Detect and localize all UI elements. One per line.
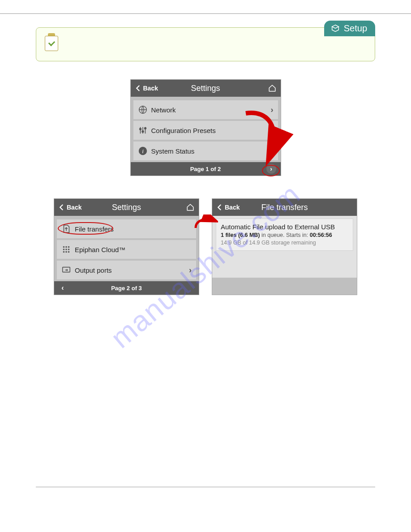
row-label: Network bbox=[151, 106, 176, 114]
row-output-ports[interactable]: Output ports › bbox=[57, 261, 196, 279]
ft-countdown: 00:56:56 bbox=[310, 232, 332, 238]
screen-footer: Page 1 of 2 › bbox=[131, 162, 281, 176]
file-transfer-card[interactable]: Automatic File upload to External USB 1 … bbox=[216, 219, 353, 251]
row-network[interactable]: Network › bbox=[133, 100, 278, 119]
back-button[interactable]: Back bbox=[216, 199, 240, 216]
svg-point-13 bbox=[65, 251, 67, 253]
screen-header: Back Settings bbox=[131, 80, 281, 97]
ft-title: Automatic File upload to External USB bbox=[221, 223, 348, 232]
setup-tab-label: Setup bbox=[344, 23, 367, 34]
file-upload-icon bbox=[61, 224, 71, 234]
ft-queue-count: 1 files (6.6 MB) bbox=[221, 232, 260, 238]
row-epiphan-cloud[interactable]: Epiphan Cloud™ bbox=[57, 240, 196, 259]
settings-screen-1: Back Settings Network › Configuration Pr… bbox=[130, 79, 281, 176]
sliders-icon bbox=[138, 125, 148, 135]
screen-title: Settings bbox=[191, 84, 220, 93]
screen-title: File transfers bbox=[261, 203, 308, 212]
home-icon bbox=[268, 84, 276, 92]
svg-text:i: i bbox=[142, 148, 144, 154]
back-label: Back bbox=[143, 85, 158, 92]
chevron-left-icon bbox=[58, 203, 66, 211]
next-page-button[interactable]: › bbox=[266, 164, 276, 174]
svg-point-3 bbox=[144, 128, 146, 129]
row-file-transfers[interactable]: File transfers bbox=[57, 219, 196, 238]
page-indicator: Page 2 of 3 bbox=[111, 285, 142, 292]
page-indicator: Page 1 of 2 bbox=[190, 166, 221, 172]
home-icon bbox=[186, 203, 194, 211]
row-system-status[interactable]: i System Status › bbox=[133, 142, 278, 160]
chevron-left-icon bbox=[134, 84, 142, 92]
svg-rect-15 bbox=[63, 267, 70, 272]
chevron-right-icon: › bbox=[189, 266, 192, 275]
chevron-right-icon: › bbox=[271, 146, 274, 156]
svg-point-8 bbox=[68, 246, 70, 248]
chevron-right-icon: › bbox=[271, 105, 274, 115]
chevron-left-icon bbox=[216, 203, 224, 211]
back-button[interactable]: Back bbox=[134, 80, 158, 97]
screen-header: Back File transfers bbox=[212, 199, 357, 216]
home-button[interactable] bbox=[268, 80, 276, 97]
clipboard-check-icon bbox=[43, 33, 60, 52]
monitor-out-icon bbox=[61, 265, 71, 275]
svg-point-12 bbox=[63, 251, 65, 253]
screen-title: Settings bbox=[112, 203, 141, 212]
home-button[interactable] bbox=[186, 199, 194, 216]
row-label: Output ports bbox=[75, 266, 112, 274]
svg-point-9 bbox=[63, 249, 65, 250]
ft-storage-line: 14.9 GB of 14.9 GB storage remaining bbox=[221, 239, 348, 247]
info-icon: i bbox=[138, 146, 148, 156]
svg-point-14 bbox=[68, 251, 70, 253]
svg-point-2 bbox=[142, 131, 144, 133]
row-config-presets[interactable]: Configuration Presets › bbox=[133, 121, 278, 140]
row-label: Configuration Presets bbox=[151, 127, 216, 134]
ft-queue-mid: in queue. Starts in: bbox=[260, 232, 310, 238]
bottom-rule bbox=[36, 487, 375, 487]
screen-footer: ‹ Page 2 of 3 bbox=[54, 281, 199, 295]
chevron-right-icon: › bbox=[271, 126, 274, 135]
settings-list: Network › Configuration Presets › i Syst… bbox=[131, 97, 281, 160]
back-label: Back bbox=[67, 204, 81, 211]
svg-point-1 bbox=[139, 128, 141, 130]
screen-header: Back Settings bbox=[54, 199, 199, 216]
svg-point-11 bbox=[68, 249, 70, 250]
svg-point-10 bbox=[65, 249, 67, 250]
back-label: Back bbox=[225, 204, 240, 211]
back-button[interactable]: Back bbox=[58, 199, 81, 216]
svg-point-7 bbox=[65, 246, 67, 248]
row-label: File transfers bbox=[75, 225, 114, 233]
settings-list: File transfers Epiphan Cloud™ Output por… bbox=[54, 216, 199, 279]
globe-icon bbox=[138, 105, 148, 115]
row-label: Epiphan Cloud™ bbox=[75, 246, 125, 253]
setup-tab: Setup bbox=[324, 21, 375, 36]
grid-dots-icon bbox=[61, 245, 71, 254]
top-rule bbox=[0, 13, 411, 14]
ft-queue-line: 1 files (6.6 MB) in queue. Starts in: 00… bbox=[221, 232, 348, 239]
file-transfer-panel: Automatic File upload to External USB 1 … bbox=[212, 216, 357, 278]
box-icon bbox=[330, 24, 340, 34]
file-transfers-screen: Back File transfers Automatic File uploa… bbox=[212, 198, 357, 295]
prev-page-button[interactable]: ‹ bbox=[59, 284, 67, 292]
svg-point-6 bbox=[63, 246, 65, 248]
settings-screen-2: Back Settings File transfers Epiphan Clo… bbox=[54, 198, 199, 295]
row-label: System Status bbox=[151, 147, 195, 155]
